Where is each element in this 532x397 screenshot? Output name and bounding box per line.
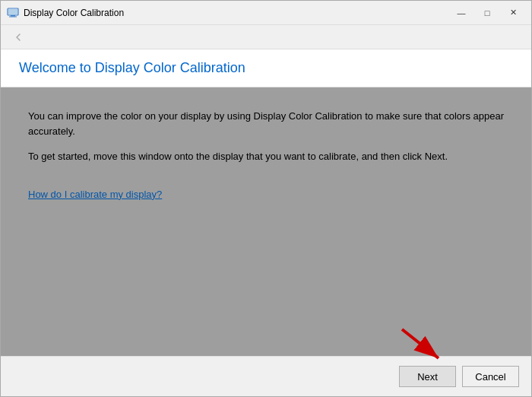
paragraph-1: You can improve the color on your displa… [28, 109, 504, 138]
paragraph-2: To get started, move this window onto th… [28, 149, 504, 164]
header-section: Welcome to Display Color Calibration [1, 49, 531, 87]
title-bar-left: Display Color Calibration [7, 7, 124, 19]
back-button[interactable] [10, 29, 27, 46]
close-button[interactable]: ✕ [501, 5, 525, 21]
title-bar-controls: — □ ✕ [449, 5, 525, 21]
next-button[interactable]: Next [399, 366, 456, 387]
svg-rect-1 [11, 15, 15, 17]
help-link[interactable]: How do I calibrate my display? [28, 189, 504, 200]
window: Display Color Calibration — □ ✕ Welcome … [0, 0, 532, 397]
content-area: You can improve the color on your displa… [1, 87, 531, 356]
maximize-button[interactable]: □ [475, 5, 499, 21]
title-bar: Display Color Calibration — □ ✕ [1, 1, 531, 25]
svg-rect-3 [8, 9, 17, 14]
footer: Next Cancel [1, 356, 531, 396]
content-text: You can improve the color on your displa… [28, 109, 504, 175]
nav-bar [1, 25, 531, 49]
svg-rect-2 [9, 16, 17, 17]
minimize-button[interactable]: — [449, 5, 473, 21]
cancel-button[interactable]: Cancel [462, 366, 519, 387]
page-title: Welcome to Display Color Calibration [19, 60, 513, 76]
spacer [28, 200, 504, 341]
app-icon [7, 7, 19, 19]
title-bar-title: Display Color Calibration [24, 8, 124, 18]
back-icon [14, 33, 23, 42]
